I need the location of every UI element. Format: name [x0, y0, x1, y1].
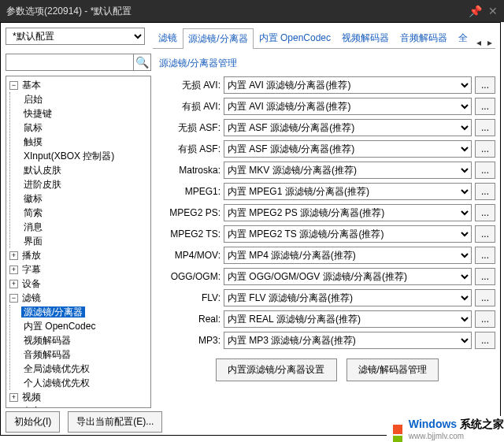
tree-basic[interactable]: 基本	[20, 80, 43, 91]
setting-more-button[interactable]: ...	[475, 268, 495, 285]
windows-logo-icon	[391, 423, 404, 436]
toggle-basic[interactable]: −	[9, 81, 18, 90]
setting-row: Matroska:内置 MKV 源滤镜/分离器(推荐)...	[159, 162, 495, 179]
setting-row: OGG/OGM:内置 OGG/OGM/OGV 源滤镜/分离器(推荐)...	[159, 268, 495, 285]
toggle-filter[interactable]: −	[9, 294, 18, 303]
setting-select[interactable]: 内置 ASF 源滤镜/分离器(推荐)	[224, 119, 472, 136]
tree-skin-adv[interactable]: 进阶皮肤	[21, 179, 64, 190]
btn-filter-manage[interactable]: 滤镜/解码器管理	[346, 358, 439, 381]
setting-select[interactable]: 内置 REAL 源滤镜/分离器(推荐)	[224, 310, 472, 328]
tab-video-decoder[interactable]: 视频解码器	[336, 28, 395, 48]
tree-audio[interactable]: 声音	[20, 406, 43, 408]
setting-row: MPEG2 PS:内置 MPEG2 PS 源滤镜/分离器(推荐)...	[159, 204, 495, 221]
tree-source-splitter[interactable]: 源滤镜/分离器	[21, 306, 85, 318]
tree-hotkey[interactable]: 快捷键	[21, 108, 54, 119]
setting-row: 无损 AVI:内置 AVI 源滤镜/分离器(推荐)...	[159, 76, 495, 94]
search-icon[interactable]: 🔍	[133, 54, 150, 70]
close-icon[interactable]: ✕	[488, 5, 498, 17]
setting-row: MP4/MOV:内置 MP4 源滤镜/分离器(推荐)...	[159, 247, 495, 264]
pin-icon[interactable]: 📌	[469, 5, 482, 17]
setting-select[interactable]: 内置 AVI 源滤镜/分离器(推荐)	[224, 76, 472, 94]
tab-all[interactable]: 全	[453, 28, 473, 48]
setting-more-button[interactable]: ...	[475, 183, 495, 200]
toggle-subtitle[interactable]: +	[9, 266, 18, 274]
setting-select[interactable]: 内置 MP4 源滤镜/分离器(推荐)	[224, 247, 472, 264]
watermark: Windows 系统之家 www.bjjmlv.com	[387, 416, 504, 442]
tree-filter-personal[interactable]: 个人滤镜优先权	[21, 377, 92, 388]
toggle-device[interactable]: +	[9, 280, 18, 288]
setting-more-button[interactable]: ...	[475, 119, 495, 136]
tree-message[interactable]: 消息	[21, 221, 45, 232]
setting-select[interactable]: 内置 AVI 源滤镜/分离器(推荐)	[224, 98, 472, 115]
btn-internal-settings[interactable]: 内置源滤镜/分离器设置	[216, 358, 336, 381]
tree-opencodec[interactable]: 内置 OpenCodec	[21, 321, 98, 332]
btn-initialize[interactable]: 初始化(I)	[6, 411, 60, 433]
profile-select[interactable]: *默认配置	[6, 28, 145, 45]
setting-row: FLV:内置 FLV 源滤镜/分离器(推荐)...	[159, 289, 495, 306]
setting-label: Real:	[159, 314, 220, 325]
tree-video-decoder[interactable]: 视频解码器	[21, 335, 73, 346]
setting-select[interactable]: 内置 FLV 源滤镜/分离器(推荐)	[224, 289, 472, 306]
tree-audio-decoder[interactable]: 音频解码器	[21, 349, 73, 360]
toggle-audio[interactable]: +	[9, 407, 18, 408]
setting-more-button[interactable]: ...	[475, 162, 495, 179]
tab-source-splitter[interactable]: 源滤镜/分离器	[183, 28, 253, 49]
setting-more-button[interactable]: ...	[475, 332, 495, 349]
setting-select[interactable]: 内置 MPEG2 TS 源滤镜/分离器(推荐)	[224, 225, 472, 243]
setting-label: MP4/MOV:	[159, 250, 220, 261]
window-controls: 📌 ✕	[469, 5, 498, 17]
tree-filter[interactable]: 滤镜	[20, 292, 43, 303]
setting-select[interactable]: 内置 MPEG2 PS 源滤镜/分离器(推荐)	[224, 204, 472, 221]
search-input[interactable]	[6, 54, 133, 70]
setting-select[interactable]: 内置 MKV 源滤镜/分离器(推荐)	[224, 162, 472, 179]
setting-label: MPEG2 PS:	[159, 207, 220, 218]
setting-row: 无损 ASF:内置 ASF 源滤镜/分离器(推荐)...	[159, 119, 495, 136]
setting-more-button[interactable]: ...	[475, 310, 495, 328]
titlebar: 参数选项(220914) - *默认配置 📌 ✕	[0, 0, 504, 22]
tree-play[interactable]: 播放	[20, 250, 43, 261]
setting-select[interactable]: 内置 OGG/OGM/OGV 源滤镜/分离器(推荐)	[224, 268, 472, 285]
tree-mouse[interactable]: 鼠标	[21, 122, 45, 133]
tree-filter-global[interactable]: 全局滤镜优先权	[21, 363, 92, 374]
setting-more-button[interactable]: ...	[475, 225, 495, 243]
setting-select[interactable]: 内置 MP3 源滤镜/分离器(推荐)	[224, 332, 472, 349]
tree-touch[interactable]: 触摸	[21, 136, 45, 147]
toggle-video[interactable]: +	[9, 393, 18, 402]
tab-scroll-right[interactable]: ▸	[484, 37, 495, 48]
tab-opencodec[interactable]: 内置 OpenCodec	[254, 28, 336, 48]
tab-scroll-left[interactable]: ◂	[473, 37, 484, 48]
window-title: 参数选项(220914) - *默认配置	[6, 5, 469, 18]
settings-panel: 源滤镜/分离器管理 无损 AVI:内置 AVI 源滤镜/分离器(推荐)...有损…	[154, 54, 497, 408]
panel-title: 源滤镜/分离器管理	[159, 57, 495, 70]
btn-export[interactable]: 导出当前配置(E)...	[68, 411, 162, 433]
setting-label: MPEG2 TS:	[159, 228, 220, 240]
tree-skin-default[interactable]: 默认皮肤	[21, 165, 64, 176]
tab-audio-decoder[interactable]: 音频解码器	[395, 28, 453, 48]
setting-more-button[interactable]: ...	[475, 247, 495, 264]
tree-subtitle[interactable]: 字幕	[20, 264, 43, 275]
setting-label: MPEG1:	[159, 186, 220, 197]
tree-interface[interactable]: 界面	[21, 236, 45, 247]
setting-more-button[interactable]: ...	[475, 98, 495, 115]
panel-button-row: 内置源滤镜/分离器设置 滤镜/解码器管理	[159, 358, 495, 381]
setting-select[interactable]: 内置 MPEG1 源滤镜/分离器(推荐)	[224, 183, 472, 200]
setting-more-button[interactable]: ...	[475, 289, 495, 306]
left-column: 🔍 −基本 启始 快捷键 鼠标 触摸 XInput(XBOX 控制器) 默认皮肤…	[6, 54, 151, 408]
watermark-text: Windows 系统之家 www.bjjmlv.com	[409, 418, 504, 440]
setting-more-button[interactable]: ...	[475, 204, 495, 221]
tree-device[interactable]: 设备	[20, 278, 43, 289]
tab-filter[interactable]: 滤镜	[153, 28, 183, 48]
setting-select[interactable]: 内置 ASF 源滤镜/分离器(推荐)	[224, 140, 472, 158]
toggle-play[interactable]: +	[9, 251, 18, 260]
tree-logo[interactable]: 徽标	[21, 193, 45, 204]
setting-more-button[interactable]: ...	[475, 76, 495, 94]
tree-xinput[interactable]: XInput(XBOX 控制器)	[21, 150, 117, 162]
tree-video[interactable]: 视频	[20, 392, 43, 403]
tree-search[interactable]: 简索	[21, 207, 45, 218]
tree-start[interactable]: 启始	[21, 94, 45, 105]
top-row: *默认配置 滤镜 源滤镜/分离器 内置 OpenCodec 视频解码器 音频解码…	[1, 23, 500, 54]
nav-tree[interactable]: −基本 启始 快捷键 鼠标 触摸 XInput(XBOX 控制器) 默认皮肤 进…	[6, 76, 151, 408]
setting-more-button[interactable]: ...	[475, 140, 495, 158]
app-frame: *默认配置 滤镜 源滤镜/分离器 内置 OpenCodec 视频解码器 音频解码…	[0, 22, 501, 436]
tabstrip: 滤镜 源滤镜/分离器 内置 OpenCodec 视频解码器 音频解码器 全 ◂ …	[153, 28, 495, 49]
